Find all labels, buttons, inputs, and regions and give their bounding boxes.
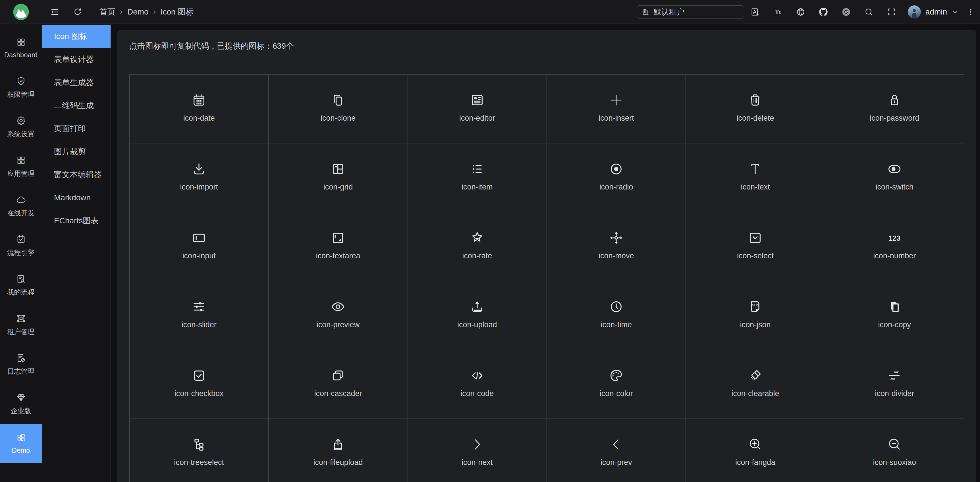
icon-cell-select[interactable]: icon-select xyxy=(686,212,825,281)
icon-cell-item[interactable]: icon-item xyxy=(408,144,547,212)
icon-cell-number[interactable]: 123icon-number xyxy=(825,212,964,281)
icon-cell-delete[interactable]: icon-delete xyxy=(686,75,825,144)
icon-gallery-card: 点击图标即可复制代码，已提供的图标：639个 icon-dateicon-clo… xyxy=(118,30,976,482)
svg-text:JSON: JSON xyxy=(751,303,759,307)
sidebar-item-label: 企业版 xyxy=(11,406,31,415)
color-icon xyxy=(609,368,624,383)
icon-cell-fileupload[interactable]: icon-fileupload xyxy=(269,419,407,482)
github-icon[interactable] xyxy=(819,7,828,17)
sidebar-item-online[interactable]: 在线开发 xyxy=(0,187,42,226)
icon-cell-cascader[interactable]: icon-cascader xyxy=(269,350,407,419)
search-icon[interactable] xyxy=(864,7,874,17)
sidebar-item-myflow[interactable]: 我的流程 xyxy=(0,265,42,305)
icon-cell-clone[interactable]: icon-clone xyxy=(269,75,407,144)
sidebar-item-log[interactable]: 日志管理 xyxy=(0,345,42,384)
menu-item-8[interactable]: ECharts图表 xyxy=(42,209,111,232)
sidebar-item-tenant[interactable]: 租户管理 xyxy=(0,305,42,345)
icon-cell-clearable[interactable]: icon-clearable xyxy=(686,350,825,419)
icon-label: icon-treeselect xyxy=(174,458,224,467)
icon-cell-radio[interactable]: icon-radio xyxy=(547,144,686,212)
icon-cell-next[interactable]: icon-next xyxy=(408,419,547,482)
icon-cell-password[interactable]: icon-password xyxy=(825,75,964,144)
icon-cell-slider[interactable]: icon-slider xyxy=(130,281,269,350)
icon-cell-checkbox[interactable]: icon-checkbox xyxy=(130,350,269,419)
icon-cell-prev[interactable]: icon-prev xyxy=(547,419,686,482)
refresh-icon[interactable] xyxy=(73,7,83,17)
icon-cell-preview[interactable]: icon-preview xyxy=(269,281,407,350)
sidebar-item-workflow[interactable]: 流程引擎 xyxy=(0,226,42,265)
sidebar-item-auth[interactable]: 权限管理 xyxy=(0,68,42,107)
date-icon xyxy=(192,93,206,107)
breadcrumb-item[interactable]: 首页 xyxy=(99,6,115,18)
icon-cell-suoxiao[interactable]: icon-suoxiao xyxy=(825,419,964,482)
menu-item-4[interactable]: 页面打印 xyxy=(42,117,111,140)
translate-icon[interactable] xyxy=(750,7,760,17)
more-vertical-icon[interactable] xyxy=(966,8,975,16)
menu-item-7[interactable]: Markdown xyxy=(42,186,111,209)
sidebar-item-dashboard[interactable]: Dashboard xyxy=(0,28,42,68)
icon-cell-code[interactable]: icon-code xyxy=(408,350,547,419)
icon-cell-import[interactable]: icon-import xyxy=(130,144,269,212)
diamond-icon xyxy=(16,393,26,402)
top-header-bar: 首页›Demo›Icon 图标 默认租户 TtG admin xyxy=(0,0,980,24)
icon-cell-json[interactable]: JSONicon-json xyxy=(686,281,825,350)
user-menu[interactable]: admin xyxy=(908,5,958,19)
icon-label: icon-fileupload xyxy=(313,458,363,467)
icon-cell-input[interactable]: icon-input xyxy=(130,212,269,281)
icon-cell-text[interactable]: icon-text xyxy=(686,144,825,212)
sidebar-item-demo[interactable]: Demo xyxy=(0,424,42,463)
content-area: 点击图标即可复制代码，已提供的图标：639个 icon-dateicon-clo… xyxy=(111,24,980,482)
topbar-right: 默认租户 TtG admin xyxy=(637,5,980,19)
delete-icon xyxy=(748,93,762,107)
icon-label: icon-slider xyxy=(181,321,216,329)
icon-cell-divider[interactable]: icon-divider xyxy=(825,350,964,419)
breadcrumb-item[interactable]: Demo xyxy=(127,7,149,16)
icon-cell-move[interactable]: icon-move xyxy=(547,212,686,281)
fontsize-icon[interactable]: Tt xyxy=(773,7,783,17)
sidebar-item-system[interactable]: 系统设置 xyxy=(0,107,42,147)
breadcrumb-separator: › xyxy=(153,7,156,17)
grid-icon xyxy=(331,161,345,176)
icon-cell-insert[interactable]: icon-insert xyxy=(547,75,686,144)
fullscreen-icon[interactable] xyxy=(887,7,896,17)
user-name: admin xyxy=(926,7,947,16)
app-logo[interactable] xyxy=(0,0,42,24)
icon-cell-switch[interactable]: icon-switch xyxy=(825,144,964,212)
preview-icon xyxy=(331,299,345,314)
menu-item-0[interactable]: Icon 图标 xyxy=(42,25,111,48)
apps-icon xyxy=(16,155,26,165)
icon-cell-date[interactable]: icon-date xyxy=(130,75,269,144)
main-layout: Dashboard权限管理系统设置应用管理在线开发流程引擎我的流程租户管理日志管… xyxy=(0,24,980,482)
copy-tip-text: 点击图标即可复制代码，已提供的图标：639个 xyxy=(129,41,294,51)
import-icon xyxy=(192,161,206,176)
sidebar-item-label: 租户管理 xyxy=(7,327,35,336)
menu-item-2[interactable]: 表单生成器 xyxy=(42,71,111,94)
tenant-selector[interactable]: 默认租户 xyxy=(637,5,744,19)
menu-item-1[interactable]: 表单设计器 xyxy=(42,48,111,71)
icon-cell-fangda[interactable]: icon-fangda xyxy=(686,419,825,482)
icon-cell-color[interactable]: icon-color xyxy=(547,350,686,419)
icon-cell-time[interactable]: icon-time xyxy=(547,281,686,350)
globe-icon[interactable] xyxy=(796,7,805,17)
sidebar-item-enterprise[interactable]: 企业版 xyxy=(0,384,42,424)
icon-cell-rate[interactable]: icon-rate xyxy=(408,212,547,281)
icon-cell-grid[interactable]: icon-grid xyxy=(269,144,407,212)
sidebar-item-apps[interactable]: 应用管理 xyxy=(0,147,42,187)
svg-text:Tt: Tt xyxy=(775,8,781,15)
gitee-icon[interactable]: G xyxy=(841,7,851,17)
menu-item-5[interactable]: 图片裁剪 xyxy=(42,140,111,163)
icon-label: icon-password xyxy=(870,114,919,123)
icon-cell-upload[interactable]: icon-upload xyxy=(408,281,547,350)
breadcrumb-item[interactable]: Icon 图标 xyxy=(161,6,194,18)
menu-item-6[interactable]: 富文本编辑器 xyxy=(42,163,111,186)
slider-icon xyxy=(192,299,206,314)
icon-cell-textarea[interactable]: icon-textarea xyxy=(269,212,407,281)
icon-cell-editor[interactable]: icon-editor xyxy=(408,75,547,144)
icon-cell-treeselect[interactable]: icon-treeselect xyxy=(130,419,269,482)
menu-item-3[interactable]: 二维码生成 xyxy=(42,94,111,117)
icon-cell-copy[interactable]: icon-copy xyxy=(825,281,964,350)
password-icon xyxy=(887,93,902,107)
collapse-menu-icon[interactable] xyxy=(50,7,60,17)
sidebar-item-label: 在线开发 xyxy=(7,209,35,218)
insert-icon xyxy=(609,93,624,107)
